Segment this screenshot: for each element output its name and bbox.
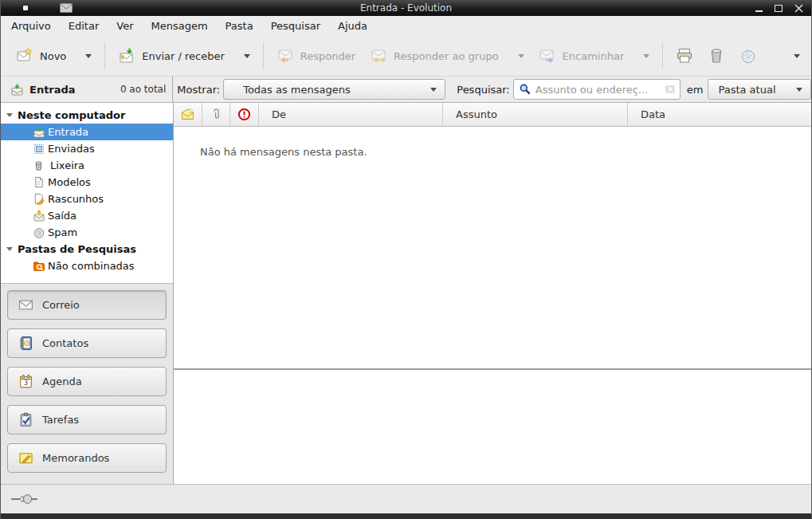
switcher-contatos-button[interactable]: Contatos (7, 328, 167, 358)
switcher-label: Correio (42, 299, 80, 311)
folder-item-label: Não combinadas (48, 260, 135, 272)
search-icon[interactable] (519, 83, 532, 96)
reply-group-icon (370, 47, 387, 65)
reply-group-dropdown-icon[interactable] (518, 54, 524, 58)
folder-item-enviadas[interactable]: Enviadas (1, 140, 173, 157)
toolbar-overflow-icon[interactable] (794, 54, 800, 58)
menu-mensagem[interactable]: Mensagem (143, 17, 217, 35)
send-receive-dropdown-icon[interactable] (244, 54, 250, 58)
search-label: Pesquisar: (457, 84, 510, 96)
column-date[interactable]: Data (628, 103, 811, 126)
memo-note-icon (18, 450, 33, 466)
reply-button[interactable]: Responder (269, 41, 363, 71)
folder-item-spam[interactable]: Spam (1, 224, 173, 241)
new-dropdown-icon[interactable] (85, 54, 92, 58)
main-area: Neste computador Entrada (1, 103, 811, 484)
expander-icon[interactable] (6, 247, 13, 251)
send-receive-button[interactable]: Enviar / receber (111, 41, 257, 71)
inbox-icon (32, 126, 45, 139)
message-list-header: De Assunto Data (174, 103, 811, 127)
folder-item-nao-combinadas[interactable]: Não combinadas (1, 258, 173, 274)
new-button[interactable]: Novo (9, 41, 99, 71)
column-important[interactable] (230, 103, 259, 126)
inbox-icon (10, 83, 24, 96)
switcher-agenda-button[interactable]: 3 Agenda (7, 367, 167, 396)
chevron-down-icon (796, 88, 802, 92)
reply-group-label: Responder ao grupo (394, 50, 499, 62)
print-button[interactable] (669, 41, 700, 71)
menubar: Arquivo Editar Ver Mensagem Pasta Pesqui… (1, 16, 811, 36)
switcher-tarefas-button[interactable]: Tarefas (7, 405, 167, 434)
trash-icon (707, 46, 726, 65)
column-attachment[interactable] (202, 103, 230, 126)
print-icon (675, 46, 694, 65)
window-bottom-edge (1, 513, 811, 519)
search-input[interactable] (535, 84, 661, 96)
switcher-correio-button[interactable]: Correio (7, 290, 167, 320)
tasks-clipboard-icon (18, 412, 33, 427)
tree-group-label: Neste computador (18, 109, 125, 121)
tree-group-this-computer[interactable]: Neste computador (1, 107, 173, 124)
folder-item-entrada[interactable]: Entrada (1, 124, 173, 140)
toolbar-separator (662, 42, 663, 69)
folder-item-lixeira[interactable]: Lixeira (1, 157, 173, 174)
reply-group-button[interactable]: Responder ao grupo (363, 41, 532, 71)
send-receive-label: Enviar / receber (142, 50, 225, 62)
trash-icon (32, 159, 45, 171)
reply-icon (277, 47, 294, 65)
message-list: Não há mensagens nesta pasta. (174, 127, 811, 368)
mail-icon (18, 297, 33, 313)
folder-item-label: Lixeira (50, 159, 84, 171)
folder-item-label: Entrada (48, 126, 88, 138)
menu-arquivo[interactable]: Arquivo (2, 17, 60, 35)
menu-ver[interactable]: Ver (108, 17, 142, 35)
switcher-label: Contatos (42, 337, 88, 349)
column-status[interactable] (174, 103, 202, 126)
close-icon[interactable] (794, 4, 803, 13)
svg-text:3: 3 (24, 379, 28, 387)
switcher-label: Agenda (42, 375, 82, 387)
expander-icon[interactable] (6, 113, 13, 117)
evolution-window: Entrada - Evolution Arquivo Editar Ver M… (0, 0, 812, 519)
folder-item-saida[interactable]: Saída (1, 207, 173, 224)
show-filter-dropdown[interactable]: Todas as mensagens (223, 79, 445, 100)
titlebar: Entrada - Evolution (1, 0, 811, 16)
folder-item-label: Saída (48, 210, 76, 222)
toolbar-separator (263, 42, 264, 69)
attachment-icon (210, 108, 222, 120)
forward-button[interactable]: Encaminhar (532, 41, 657, 71)
search-scope-dropdown[interactable]: Pasta atual (708, 79, 811, 100)
menu-editar[interactable]: Editar (60, 17, 108, 35)
search-folder-icon (32, 260, 45, 273)
preview-pane (174, 370, 811, 484)
show-filter-value: Todas as mensagens (243, 84, 351, 96)
column-from[interactable]: De (259, 103, 443, 126)
online-plug-icon[interactable] (10, 493, 44, 505)
menu-pasta[interactable]: Pasta (217, 17, 262, 35)
minimize-icon[interactable] (755, 10, 763, 12)
important-icon (237, 108, 251, 121)
in-label: em (687, 84, 704, 96)
menu-ajuda[interactable]: Ajuda (329, 17, 376, 35)
forward-dropdown-icon[interactable] (643, 54, 649, 58)
search-entry (513, 79, 681, 100)
column-subject[interactable]: Assunto (443, 103, 628, 126)
forward-label: Encaminhar (563, 50, 625, 62)
menu-pesquisar[interactable]: Pesquisar (262, 17, 329, 35)
junk-button[interactable] (732, 41, 764, 71)
switcher-memorandos-button[interactable]: Memorandos (7, 443, 167, 473)
folder-item-label: Modelos (48, 176, 91, 188)
folder-item-modelos[interactable]: Modelos (1, 174, 173, 191)
calendar-icon: 3 (18, 374, 33, 389)
tree-group-search-folders[interactable]: Pastas de Pesquisas (1, 241, 173, 258)
delete-button[interactable] (700, 41, 732, 71)
maximize-icon[interactable] (775, 5, 783, 12)
show-label: Mostrar: (177, 84, 220, 96)
switcher-label: Tarefas (42, 414, 79, 426)
clear-icon[interactable] (665, 84, 676, 95)
folder-item-rascunhos[interactable]: Rascunhos (1, 191, 173, 207)
send-receive-icon (118, 47, 135, 65)
column-date-label: Data (641, 108, 665, 120)
contacts-book-icon (18, 336, 33, 351)
folder-item-label: Rascunhos (48, 193, 104, 205)
